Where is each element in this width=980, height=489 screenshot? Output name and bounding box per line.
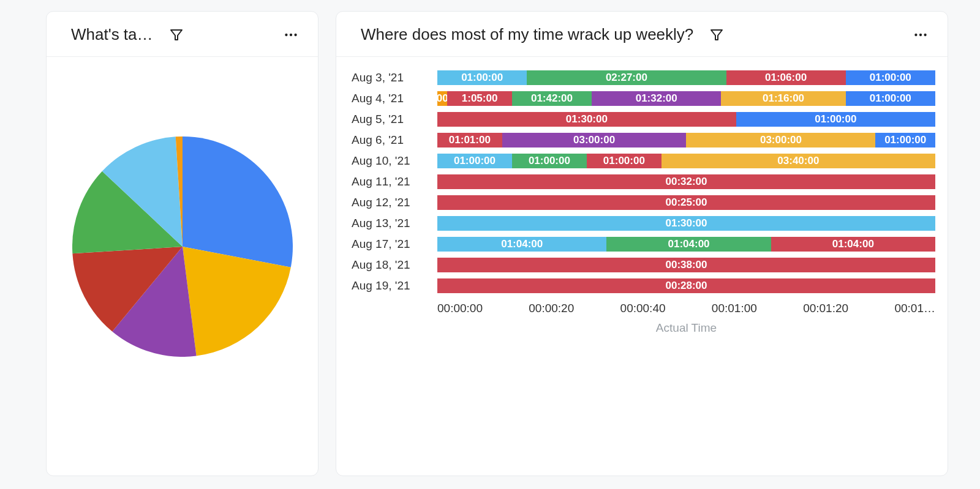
- bar-date-label: Aug 5, '21: [349, 113, 437, 126]
- bar-row: 01:30:0001:00:00: [437, 112, 935, 127]
- x-tick: 00:00:40: [620, 302, 666, 315]
- bar-segment[interactable]: 03:40:00: [662, 154, 935, 168]
- bar-segment[interactable]: 00: [437, 91, 447, 106]
- more-icon[interactable]: [282, 26, 300, 43]
- svg-point-6: [919, 33, 922, 35]
- bar-segment[interactable]: 02:27:00: [527, 70, 726, 85]
- bar-segment[interactable]: 01:30:00: [437, 216, 935, 231]
- bar-row: 00:25:00: [437, 195, 935, 210]
- bar-segment[interactable]: 00:28:00: [437, 278, 935, 293]
- bar-segment[interactable]: 01:00:00: [512, 154, 587, 168]
- bar-chart: Aug 3, '2101:00:0002:27:0001:06:0001:00:…: [349, 70, 935, 293]
- x-tick: 00:01:20: [803, 302, 848, 315]
- bar-row: 01:00:0001:00:0001:00:0003:40:00: [437, 154, 935, 168]
- bar-row: 01:00:0002:27:0001:06:0001:00:00: [437, 70, 935, 85]
- bar-date-label: Aug 4, '21: [349, 92, 437, 105]
- filter-icon[interactable]: [168, 26, 185, 43]
- x-tick: 00:01…: [894, 302, 935, 315]
- pie-chart: [72, 136, 293, 357]
- bar-date-label: Aug 17, '21: [349, 237, 437, 251]
- bar-card-title: Where does most of my time wrack up week…: [361, 25, 693, 44]
- bar-segment[interactable]: 01:06:00: [726, 70, 846, 85]
- bar-segment[interactable]: 01:00:00: [437, 70, 527, 85]
- bar-date-label: Aug 12, '21: [349, 196, 437, 209]
- bar-segment[interactable]: 03:00:00: [502, 133, 687, 147]
- more-icon[interactable]: [912, 26, 929, 43]
- bar-date-label: Aug 6, '21: [349, 133, 437, 147]
- pie-slice[interactable]: [183, 136, 293, 267]
- bar-row: 00:32:00: [437, 174, 935, 189]
- bar-segment[interactable]: 01:32:00: [592, 91, 721, 106]
- pie-card-header: What's ta…: [47, 12, 318, 57]
- svg-point-5: [914, 33, 917, 35]
- bar-card: Where does most of my time wrack up week…: [336, 11, 948, 476]
- bar-segment[interactable]: 01:42:00: [512, 91, 592, 106]
- bar-segment[interactable]: 01:00:00: [875, 133, 935, 147]
- svg-point-7: [924, 33, 926, 35]
- bar-date-label: Aug 18, '21: [349, 258, 437, 272]
- bar-segment[interactable]: 1:05:00: [447, 91, 512, 106]
- x-tick: 00:00:20: [529, 302, 574, 315]
- bar-segment[interactable]: 01:04:00: [771, 237, 935, 252]
- bar-segment[interactable]: 00:32:00: [437, 174, 935, 189]
- bar-segment[interactable]: 01:30:00: [437, 112, 736, 127]
- bar-segment[interactable]: 00:38:00: [437, 258, 935, 272]
- bar-segment[interactable]: 01:00:00: [846, 91, 935, 106]
- x-tick: 00:01:00: [712, 302, 757, 315]
- bar-date-label: Aug 11, '21: [349, 175, 437, 189]
- svg-point-2: [290, 33, 292, 35]
- bar-segment[interactable]: 01:04:00: [606, 237, 771, 252]
- x-axis-label: Actual Time: [437, 321, 935, 335]
- bar-segment[interactable]: 01:04:00: [437, 237, 606, 252]
- bar-card-header: Where does most of my time wrack up week…: [336, 12, 948, 57]
- bar-card-body: Aug 3, '2101:00:0002:27:0001:06:0001:00:…: [336, 57, 948, 476]
- bar-row: 01:30:00: [437, 216, 935, 231]
- pie-card-body: [47, 57, 318, 476]
- bar-row: 01:01:0003:00:0003:00:0001:00:00: [437, 133, 935, 147]
- bar-segment[interactable]: 00:25:00: [437, 195, 935, 210]
- bar-segment[interactable]: 01:01:00: [437, 133, 502, 147]
- bar-date-label: Aug 10, '21: [349, 154, 437, 168]
- bar-segment[interactable]: 01:00:00: [437, 154, 512, 168]
- svg-point-1: [285, 33, 287, 35]
- bar-segment[interactable]: 01:00:00: [846, 70, 935, 85]
- x-tick: 00:00:00: [437, 302, 483, 315]
- svg-marker-0: [171, 30, 182, 40]
- svg-marker-4: [711, 30, 722, 40]
- bar-row: 01:04:0001:04:0001:04:00: [437, 237, 935, 252]
- pie-card-title: What's ta…: [71, 25, 153, 44]
- pie-card: What's ta…: [46, 11, 318, 476]
- svg-point-3: [294, 33, 296, 35]
- x-axis-ticks: 00:00:0000:00:2000:00:4000:01:0000:01:20…: [437, 302, 935, 315]
- bar-segment[interactable]: 03:00:00: [686, 133, 875, 147]
- bar-row: 00:38:00: [437, 258, 935, 272]
- bar-segment[interactable]: 01:00:00: [736, 112, 935, 127]
- bar-row: 001:05:0001:42:0001:32:0001:16:0001:00:0…: [437, 91, 935, 106]
- bar-date-label: Aug 3, '21: [349, 71, 437, 84]
- bar-date-label: Aug 13, '21: [349, 217, 437, 230]
- bar-date-label: Aug 19, '21: [349, 279, 437, 293]
- bar-row: 00:28:00: [437, 278, 935, 293]
- bar-segment[interactable]: 01:00:00: [587, 154, 662, 168]
- filter-icon[interactable]: [708, 26, 725, 43]
- bar-segment[interactable]: 01:16:00: [721, 91, 845, 106]
